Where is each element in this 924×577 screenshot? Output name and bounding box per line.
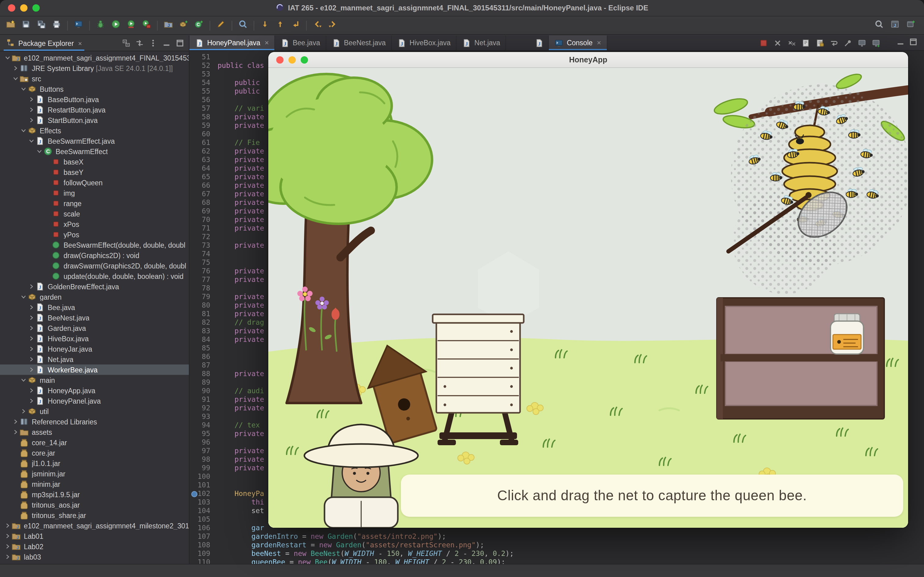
chevron-expanded-icon[interactable] (19, 85, 27, 92)
tree-item-minim-jar[interactable]: minim.jar (0, 479, 189, 489)
tree-item-draw-graphics2d-void[interactable]: draw(Graphics2D) : void (0, 250, 189, 261)
run-button[interactable] (109, 18, 123, 32)
open-perspective-button[interactable] (904, 18, 918, 32)
chevron-expanded-icon[interactable] (27, 138, 35, 144)
tree-item-xpos[interactable]: xPos (0, 219, 189, 229)
honeyapp-titlebar[interactable]: HoneyApp (268, 52, 908, 68)
honeyapp-minimize-button[interactable] (288, 56, 296, 63)
chevron-collapsed-icon[interactable] (27, 314, 35, 321)
tree-item-restartbutton-java[interactable]: JRestartButton.java (0, 105, 189, 115)
chevron-collapsed-icon[interactable] (4, 553, 11, 560)
chevron-collapsed-icon[interactable] (27, 345, 35, 352)
close-tab-icon[interactable]: × (265, 39, 269, 47)
tree-item-net-java[interactable]: JNet.java (0, 354, 189, 364)
previous-annotation-button[interactable] (273, 18, 287, 32)
word-wrap-button[interactable] (828, 37, 839, 48)
chevron-collapsed-icon[interactable] (27, 117, 35, 124)
open-terminal-button[interactable] (71, 18, 85, 32)
tree-item-basex[interactable]: baseX (0, 156, 189, 167)
save-all-button[interactable] (34, 18, 48, 32)
tab-overflow-java[interactable]: J (531, 35, 549, 50)
honeyapp-close-button[interactable] (276, 56, 284, 63)
editor-tab-hivebox-java[interactable]: JHiveBox.java (392, 35, 456, 50)
tree-item-hivebox-java[interactable]: JHiveBox.java (0, 333, 189, 344)
java-perspective-button[interactable]: J (888, 18, 902, 32)
remove-launch-button[interactable] (772, 37, 783, 48)
tree-item-main[interactable]: main (0, 375, 189, 385)
tree-item-jl1-0-1-jar[interactable]: jl1.0.1.jar (0, 458, 189, 469)
minimize-window-button[interactable] (20, 4, 27, 11)
tree-item-assets[interactable]: assets (0, 427, 189, 437)
tree-item-bee-java[interactable]: JBee.java (0, 302, 189, 313)
tree-item-lab01[interactable]: JLab01 (0, 531, 189, 541)
chevron-collapsed-icon[interactable] (27, 356, 35, 363)
editor-tab-net-java[interactable]: JNet.java (457, 35, 506, 50)
tree-item-basey[interactable]: baseY (0, 167, 189, 177)
tree-item-core-14-jar[interactable]: core_14.jar (0, 437, 189, 448)
minimize-view-button[interactable] (161, 38, 172, 48)
tree-item-garden[interactable]: garden (0, 292, 189, 302)
tree-item-tritonus-share-jar[interactable]: tritonus_share.jar (0, 510, 189, 521)
chevron-collapsed-icon[interactable] (11, 418, 19, 425)
tree-item-lab03[interactable]: Jlab03 (0, 551, 189, 562)
chevron-collapsed-icon[interactable] (27, 283, 35, 290)
chevron-expanded-icon[interactable] (11, 75, 19, 82)
zoom-window-button[interactable] (32, 4, 40, 11)
tree-item-goldenbreweffect-java[interactable]: JGoldenBrewEffect.java (0, 281, 189, 292)
pin-console-button[interactable] (842, 37, 853, 48)
chevron-expanded-icon[interactable] (35, 148, 43, 155)
tree-item-jre-system-library[interactable]: JRE System Library [Java SE 24.0.1 [24.0… (0, 63, 189, 73)
close-window-button[interactable] (8, 4, 15, 11)
tree-item-util[interactable]: util (0, 406, 189, 416)
last-edit-location-button[interactable] (288, 18, 302, 32)
package-explorer-tab[interactable]: Package Explorer × (4, 35, 84, 51)
maximize-view-button[interactable] (909, 37, 918, 48)
console-tab[interactable]: Console × (549, 35, 607, 50)
editor-tab-bee-java[interactable]: JBee.java (275, 35, 326, 50)
chevron-collapsed-icon[interactable] (4, 533, 11, 539)
tree-item-basebutton-java[interactable]: JBaseButton.java (0, 94, 189, 105)
clear-console-button[interactable] (800, 37, 811, 48)
tree-item-e102-manmeet-sagri-assignmnet4-milestone[interactable]: Je102_manmeet_sagri_assignmnet4_mileston… (0, 521, 189, 531)
chevron-collapsed-icon[interactable] (11, 65, 19, 71)
chevron-collapsed-icon[interactable] (27, 398, 35, 404)
tree-item-e102-manmeet-sagri-assignmnet4-final-301[interactable]: Je102_manmeet_sagri_assignmnet4_FINAL_30… (0, 53, 189, 63)
tree-item-honeyjar-java[interactable]: JHoneyJar.java (0, 344, 189, 354)
tree-item-jsminim-jar[interactable]: jsminim.jar (0, 469, 189, 479)
chevron-expanded-icon[interactable] (19, 127, 27, 134)
link-with-editor-button[interactable] (134, 38, 145, 48)
debug-button[interactable] (93, 18, 108, 32)
chevron-collapsed-icon[interactable] (4, 543, 11, 550)
maximize-view-button[interactable] (174, 38, 185, 48)
tree-item-honeyapp-java[interactable]: JHoneyApp.java (0, 385, 189, 396)
collapse-all-button[interactable] (121, 38, 132, 48)
new-task-button[interactable] (214, 18, 228, 32)
chevron-collapsed-icon[interactable] (27, 325, 35, 332)
chevron-collapsed-icon[interactable] (27, 387, 35, 394)
tree-item-honeypanel-java[interactable]: JHoneyPanel.java (0, 396, 189, 406)
new-java-project-button[interactable]: J (161, 18, 175, 32)
tree-item-img[interactable]: img (0, 188, 189, 198)
garden-scene[interactable] (268, 68, 908, 528)
tree-item-src[interactable]: src (0, 73, 189, 84)
run-external-tools-button[interactable] (139, 18, 153, 32)
tree-item-range[interactable]: range (0, 198, 189, 208)
terminate-button[interactable] (758, 37, 769, 48)
close-view-icon[interactable]: × (78, 39, 82, 47)
honey-jar[interactable] (831, 314, 863, 354)
chevron-expanded-icon[interactable] (19, 377, 27, 384)
editor-tab-beenest-java[interactable]: JBeeNest.java (326, 35, 392, 50)
tree-item-garden-java[interactable]: JGarden.java (0, 323, 189, 333)
chevron-collapsed-icon[interactable] (27, 335, 35, 342)
chevron-collapsed-icon[interactable] (4, 522, 11, 529)
next-annotation-button[interactable] (258, 18, 272, 32)
tree-item-scale[interactable]: scale (0, 208, 189, 219)
tree-item-beeswarmeffect-java[interactable]: JBeeSwarmEffect.java (0, 136, 189, 146)
open-console-button[interactable] (870, 37, 881, 48)
forward-button[interactable] (326, 18, 340, 32)
minimize-view-button[interactable] (896, 37, 905, 48)
tree-item-workerbee-java[interactable]: JWorkerBee.java (0, 364, 189, 375)
tree-item-beenest-java[interactable]: JBeeNest.java (0, 313, 189, 323)
display-selected-console-button[interactable] (856, 37, 867, 48)
chevron-collapsed-icon[interactable] (27, 96, 35, 103)
